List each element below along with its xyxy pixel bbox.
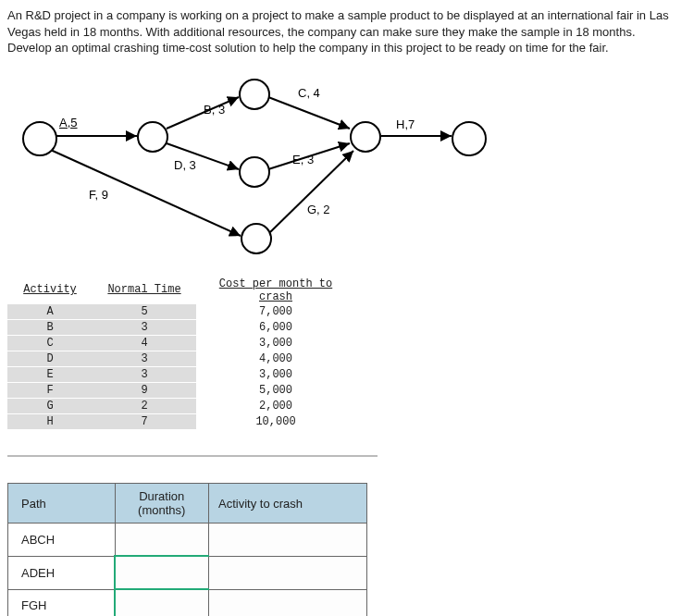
node-start <box>22 121 57 156</box>
cell-act: A <box>7 304 93 320</box>
node-2 <box>137 121 168 153</box>
cell-cost: 6,000 <box>196 320 355 336</box>
cell-cost: 2,000 <box>196 399 355 414</box>
node-6 <box>241 223 272 254</box>
cell-act: E <box>7 367 93 383</box>
path-label: ADEH <box>8 556 116 589</box>
crash-input[interactable] <box>209 524 367 557</box>
col-cost: Cost per month to crash <box>196 277 355 304</box>
cell-nt: 3 <box>93 320 196 336</box>
node-4 <box>239 156 270 188</box>
col-activity: Activity <box>7 277 93 304</box>
col-normal-time: Normal Time <box>93 277 196 304</box>
cell-act: G <box>7 399 93 414</box>
svg-line-4 <box>268 97 350 129</box>
cell-nt: 9 <box>93 383 196 399</box>
cell-nt: 3 <box>93 367 196 383</box>
path-answer-table: Path Duration (months) Activity to crash… <box>7 483 367 616</box>
node-3 <box>239 79 270 110</box>
col-activity-crash: Activity to crash <box>209 484 367 524</box>
cell-cost: 7,000 <box>196 304 355 320</box>
network-diagram: A,5 B, 3 C, 4 D, 3 E, 3 F, 9 G, 2 H,7 <box>7 79 526 254</box>
cell-act: F <box>7 383 93 399</box>
svg-line-1 <box>44 147 241 236</box>
activity-cost-table: Activity Normal Time Cost per month to c… <box>7 277 355 430</box>
edge-label-h: H,7 <box>396 117 415 131</box>
node-end <box>452 121 487 156</box>
duration-input[interactable] <box>115 524 209 557</box>
edge-label-c: C, 4 <box>298 86 320 100</box>
table-divider <box>7 455 378 457</box>
cell-act: D <box>7 351 93 367</box>
cell-nt: 5 <box>93 304 196 320</box>
cell-nt: 2 <box>93 399 196 414</box>
cell-nt: 3 <box>93 351 196 367</box>
col-path: Path <box>8 484 116 524</box>
edge-label-a: A,5 <box>59 116 78 129</box>
cell-cost: 4,000 <box>196 351 355 367</box>
path-label: ABCH <box>8 524 116 557</box>
cell-cost: 5,000 <box>196 383 355 399</box>
cell-act: H <box>7 414 93 430</box>
duration-input[interactable] <box>115 589 209 616</box>
cell-cost: 3,000 <box>196 336 355 351</box>
edge-label-f: F, 9 <box>89 188 108 202</box>
crash-input[interactable] <box>209 589 367 616</box>
edge-label-e: E, 3 <box>292 153 314 166</box>
path-label: FGH <box>8 589 116 616</box>
edge-label-d: D, 3 <box>174 158 196 172</box>
duration-input[interactable] <box>115 556 209 589</box>
cell-act: C <box>7 336 93 351</box>
cell-nt: 7 <box>93 414 196 430</box>
crash-input[interactable] <box>209 556 367 589</box>
node-5 <box>350 121 381 153</box>
cell-nt: 4 <box>93 336 196 351</box>
svg-line-2 <box>167 97 239 129</box>
cell-cost: 10,000 <box>196 414 355 430</box>
problem-statement: An R&D project in a company is working o… <box>7 7 674 56</box>
cell-cost: 3,000 <box>196 367 355 383</box>
col-duration: Duration (months) <box>115 484 209 524</box>
cell-act: B <box>7 320 93 336</box>
edge-label-b: B, 3 <box>204 103 225 117</box>
edge-label-g: G, 2 <box>307 203 330 216</box>
